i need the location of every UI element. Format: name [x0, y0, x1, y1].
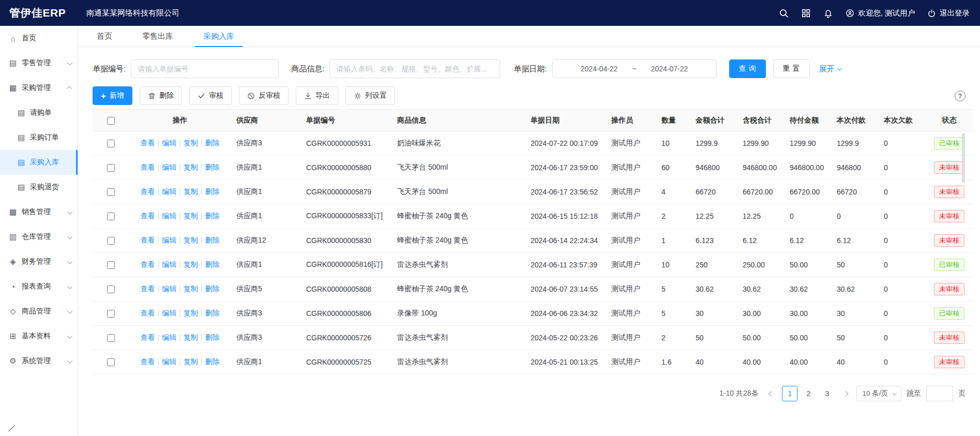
sidebar-item-report[interactable]: ◔报表查询	[0, 274, 78, 299]
sidebar-item-warehouse[interactable]: ▥仓库管理	[0, 224, 78, 249]
select-all-checkbox[interactable]	[107, 117, 115, 125]
edit-link[interactable]: 编辑	[162, 357, 176, 366]
delete-link[interactable]: 删除	[205, 309, 219, 317]
view-link[interactable]: 查看	[141, 309, 155, 317]
copy-link[interactable]: 复制	[184, 236, 198, 244]
sidebar-item-finance[interactable]: ◈财务管理	[0, 249, 78, 274]
prev-page-button[interactable]	[765, 386, 777, 401]
delete-link[interactable]: 删除	[205, 284, 219, 293]
tab-home[interactable]: 首页	[94, 26, 115, 47]
date-to-value[interactable]: 2024-07-22	[651, 65, 688, 73]
page-size-select[interactable]: 10 条/页	[856, 386, 901, 401]
sidebar-item-purchase-order[interactable]: ▤采购订单	[0, 125, 78, 150]
delete-link[interactable]: 删除	[205, 357, 219, 366]
copy-link[interactable]: 复制	[184, 260, 198, 268]
edit-link[interactable]: 编辑	[162, 236, 176, 244]
next-page-button[interactable]	[840, 386, 851, 401]
edit-link[interactable]: 编辑	[162, 139, 176, 147]
apps-icon[interactable]	[801, 8, 811, 18]
sidebar-item-home[interactable]: ⌂首页	[0, 26, 78, 51]
audit-button[interactable]: 审核	[189, 86, 232, 105]
view-link[interactable]: 查看	[141, 139, 155, 147]
delete-button[interactable]: 删除	[140, 86, 182, 105]
delete-link[interactable]: 删除	[205, 333, 219, 341]
view-link[interactable]: 查看	[141, 260, 155, 268]
sidebar-item-basic-data[interactable]: ⊞基本资料	[0, 324, 78, 349]
row-checkbox[interactable]	[107, 213, 115, 220]
sidebar-item-retail[interactable]: ▤零售管理	[0, 51, 78, 76]
sidebar-item-purchase-request[interactable]: ▤请购单	[0, 100, 78, 125]
edit-link[interactable]: 编辑	[162, 260, 176, 268]
view-link[interactable]: 查看	[141, 333, 155, 341]
copy-link[interactable]: 复制	[184, 284, 198, 293]
view-link[interactable]: 查看	[141, 187, 155, 196]
add-button[interactable]: + 新增	[93, 86, 132, 105]
edit-link[interactable]: 编辑	[162, 163, 176, 171]
row-checkbox[interactable]	[107, 334, 115, 342]
delete-link[interactable]: 删除	[205, 236, 219, 244]
logout-button[interactable]: 退出登录	[927, 8, 970, 18]
edit-link[interactable]: 编辑	[162, 212, 176, 220]
row-checkbox[interactable]	[107, 164, 115, 172]
copy-link[interactable]: 复制	[184, 333, 198, 341]
copy-link[interactable]: 复制	[184, 357, 198, 366]
sidebar-item-purchase-return[interactable]: ▤采购退货	[0, 175, 78, 200]
edit-link[interactable]: 编辑	[162, 333, 176, 341]
page-button-3[interactable]: 3	[819, 386, 835, 401]
unaudit-button[interactable]: 反审核	[239, 86, 289, 105]
view-link[interactable]: 查看	[141, 236, 155, 244]
table-scrollbar[interactable]	[961, 133, 966, 372]
sidebar-item-sales[interactable]: ▩销售管理	[0, 200, 78, 224]
sidebar-item-purchase-inbound[interactable]: ▤采购入库	[0, 150, 78, 175]
scrollbar-thumb[interactable]	[962, 133, 965, 183]
view-link[interactable]: 查看	[141, 357, 155, 366]
reset-button[interactable]: 重置	[773, 59, 810, 78]
product-info-input[interactable]	[329, 59, 500, 78]
edit-link[interactable]: 编辑	[162, 309, 176, 317]
copy-link[interactable]: 复制	[184, 163, 198, 171]
copy-link[interactable]: 复制	[184, 187, 198, 196]
date-from-value[interactable]: 2024-04-22	[581, 65, 618, 73]
tab-purchase-inbound[interactable]: 采购入库	[200, 26, 237, 47]
search-button[interactable]: 查询	[729, 59, 766, 78]
row-checkbox[interactable]	[107, 261, 115, 269]
view-link[interactable]: 查看	[141, 284, 155, 293]
view-link[interactable]: 查看	[141, 163, 155, 171]
jump-page-input[interactable]	[926, 386, 953, 401]
copy-link[interactable]: 复制	[184, 139, 198, 147]
copy-link[interactable]: 复制	[184, 309, 198, 317]
row-checkbox[interactable]	[107, 310, 115, 318]
delete-link[interactable]: 删除	[205, 187, 219, 196]
bell-icon[interactable]	[823, 8, 833, 18]
sidebar-item-system[interactable]: ⚙系统管理	[0, 349, 78, 373]
search-icon[interactable]	[779, 8, 789, 18]
row-checkbox[interactable]	[107, 285, 115, 293]
tab-retail-outbound[interactable]: 零售出库	[139, 26, 176, 47]
export-button[interactable]: 导出	[296, 86, 338, 105]
edit-link[interactable]: 编辑	[162, 284, 176, 293]
row-checkbox[interactable]	[107, 237, 115, 245]
cell-bill_no: CGRK00000005931	[301, 131, 392, 156]
delete-link[interactable]: 删除	[205, 163, 219, 171]
column-settings-button[interactable]: 列设置	[345, 86, 395, 105]
page-button-1[interactable]: 1	[782, 386, 797, 401]
expand-link[interactable]: 展开	[819, 64, 841, 74]
date-range-picker[interactable]: 2024-04-22 ~ 2024-07-22	[552, 59, 717, 78]
row-checkbox[interactable]	[107, 358, 115, 366]
delete-link[interactable]: 删除	[205, 139, 219, 147]
delete-link[interactable]: 删除	[205, 212, 219, 220]
row-checkbox[interactable]	[107, 140, 115, 147]
edit-link[interactable]: 编辑	[162, 187, 176, 196]
delete-link[interactable]: 删除	[205, 260, 219, 268]
sidebar-collapse-handle[interactable]	[4, 425, 13, 432]
row-checkbox[interactable]	[107, 188, 115, 196]
page-size-value: 10 条/页	[862, 389, 888, 398]
help-icon[interactable]: ?	[955, 91, 966, 101]
page-button-2[interactable]: 2	[801, 386, 816, 401]
view-link[interactable]: 查看	[141, 212, 155, 220]
sidebar-item-purchase[interactable]: ▦采购管理	[0, 76, 78, 100]
sidebar-item-product[interactable]: ◇商品管理	[0, 299, 78, 324]
welcome-user[interactable]: 欢迎您, 测试用户	[846, 8, 915, 18]
bill-no-input[interactable]	[131, 59, 279, 78]
copy-link[interactable]: 复制	[184, 212, 198, 220]
